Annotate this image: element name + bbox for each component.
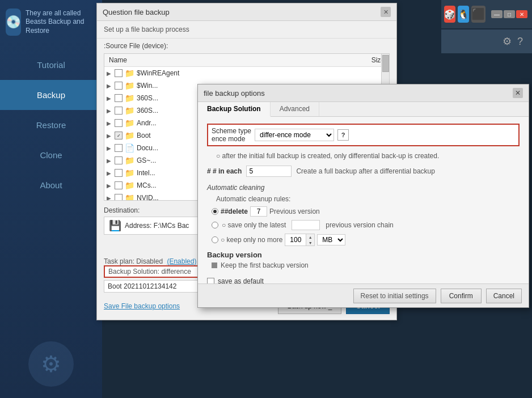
minimize-button[interactable]: — xyxy=(491,10,503,18)
in-each-input[interactable] xyxy=(246,166,292,177)
folder-icon-5: 📁 xyxy=(125,131,134,140)
folder-icon-8: 📁 xyxy=(125,168,134,177)
help-icon[interactable]: ? xyxy=(517,36,523,48)
save-file-backup-options-link[interactable]: Save File backup options xyxy=(104,302,180,310)
destination-text: Address: F:\MCs Bac xyxy=(125,222,189,230)
keep-only-value[interactable] xyxy=(285,235,306,244)
tree-item-name-4: Andr... xyxy=(137,119,157,127)
expand-icon-6: ▶ xyxy=(107,145,115,151)
save-only-input[interactable] xyxy=(292,220,320,230)
options-dialog-close[interactable]: ✕ xyxy=(513,88,523,98)
tree-item-name-7: GS~... xyxy=(137,156,156,164)
folder-icon-9: 📁 xyxy=(125,181,134,190)
delete-count-input[interactable] xyxy=(250,206,267,217)
tree-item-name-0: $WinREAgent xyxy=(137,69,179,77)
spin-down[interactable]: ▼ xyxy=(306,240,314,245)
tab-advanced[interactable]: Advanced xyxy=(271,102,319,116)
previous-version-label: Previous version xyxy=(269,208,320,215)
close-button[interactable]: ✕ xyxy=(516,10,527,18)
save-only-radio[interactable] xyxy=(212,222,218,228)
sidebar-item-tutorial[interactable]: Tutorial xyxy=(0,50,102,80)
bottom-logo-area: ⚙ xyxy=(0,341,102,387)
folder-icon-2: 📁 xyxy=(125,94,134,103)
app-logo-icon: 💿 xyxy=(6,9,21,36)
main-sidebar: 💿 They are all called Beasts Backup and … xyxy=(0,0,102,398)
bg-dialog-title: Question file backup xyxy=(103,8,170,16)
prev-version-chain-label: previous version chain xyxy=(326,221,393,229)
spin-arrows: ▲ ▼ xyxy=(306,234,314,245)
keep-only-radio[interactable] xyxy=(212,236,218,243)
checkbox-2[interactable] xyxy=(115,94,123,102)
delete-radio[interactable] xyxy=(212,208,218,215)
taskbar-icon-red[interactable]: 🎲 xyxy=(444,6,455,23)
checkbox-10[interactable] xyxy=(115,194,123,201)
checkbox-6[interactable] xyxy=(115,144,123,152)
taskbar-icon-dark[interactable]: ⬛ xyxy=(471,6,485,23)
sidebar-item-backup[interactable]: Backup xyxy=(0,80,102,110)
sidebar-item-restore[interactable]: Restore xyxy=(0,110,102,140)
delete-row: ##delete Previous version xyxy=(207,206,520,217)
expand-icon-1: ▶ xyxy=(107,83,115,89)
expand-icon-9: ▶ xyxy=(107,183,115,189)
maximize-button[interactable]: □ xyxy=(504,10,515,18)
keep-unit-select[interactable]: MB GB KB xyxy=(317,234,345,245)
reset-to-initial-button[interactable]: Reset to initial settings xyxy=(353,289,436,303)
bg-dialog-close[interactable]: ✕ xyxy=(381,7,391,17)
expand-icon-5: ▶ xyxy=(107,133,115,139)
backup-version-label: Backup version xyxy=(207,251,520,259)
tree-item-name-10: NVID... xyxy=(137,194,159,201)
checkbox-5[interactable]: ✓ xyxy=(115,132,123,139)
sidebar-item-about[interactable]: About xyxy=(0,170,102,200)
checkbox-1[interactable] xyxy=(115,82,123,90)
app-logo-area: 💿 They are all called Beasts Backup and … xyxy=(0,0,102,44)
checkbox-9[interactable] xyxy=(115,181,123,189)
options-tabs: Backup Solution Advanced xyxy=(198,102,529,117)
auto-cleaning-heading: Automatic cleaning xyxy=(207,184,520,192)
tree-item-name-9: MCs... xyxy=(137,181,157,189)
options-dialog-titlebar: file backup options ✕ xyxy=(198,84,529,102)
source-label: :Source File (device): xyxy=(97,39,396,53)
spin-up[interactable]: ▲ xyxy=(306,234,314,240)
tree-item-name-8: Intel... xyxy=(137,169,155,177)
keep-only-spin[interactable]: ▲ ▼ xyxy=(285,234,315,246)
create-full-label: Create a full backup after a differentia… xyxy=(296,167,520,175)
drive-icon: 💾 xyxy=(109,219,121,232)
keep-first-backup-item: Keep the first backup version xyxy=(207,261,520,269)
tab-backup-solution[interactable]: Backup Solution xyxy=(198,102,271,117)
col-name-header: Name xyxy=(104,54,332,66)
file-tree-header: Name Size xyxy=(104,54,389,67)
tree-item-name-5: Boot xyxy=(137,132,151,139)
save-only-latest-row: ○ save only the latest previous version … xyxy=(207,220,520,230)
checkbox-0[interactable] xyxy=(115,69,123,77)
checkbox-3[interactable] xyxy=(115,107,123,115)
keep-first-label: Keep the first backup version xyxy=(221,261,309,269)
options-dialog-title: file backup options xyxy=(204,89,265,98)
auto-cleanup-rules-label: Automatic cleanup rules: xyxy=(216,195,520,203)
scheme-type-row: Scheme type ence mode differ-ence mode F… xyxy=(207,124,520,146)
tree-item-name-6: Docu... xyxy=(137,144,158,152)
col-size-header: Size xyxy=(332,54,389,66)
taskbar-icon-blue[interactable]: 🐧 xyxy=(458,6,469,23)
tree-item-0[interactable]: ▶ 📁 $WinREAgent xyxy=(104,67,389,79)
folder-icon-6: 📄 xyxy=(125,143,134,153)
scroll-thumb[interactable] xyxy=(382,55,389,72)
expand-icon-3: ▶ xyxy=(107,108,115,114)
scheme-type-select[interactable]: differ-ence mode Full Incremental xyxy=(255,129,334,141)
scheme-description: ○ after the initial full backup is creat… xyxy=(207,152,520,160)
expand-icon-10: ▶ xyxy=(107,195,115,201)
checkbox-7[interactable] xyxy=(115,156,123,164)
bottom-decorative-circle: ⚙ xyxy=(28,341,74,387)
sidebar-item-clone[interactable]: Clone xyxy=(0,140,102,170)
checkbox-4[interactable] xyxy=(115,119,123,127)
gear-icon[interactable]: ⚙ xyxy=(503,35,512,48)
scheme-help-button[interactable]: ? xyxy=(337,129,349,141)
keep-first-icon xyxy=(212,262,217,268)
confirm-button[interactable]: Confirm xyxy=(441,289,482,303)
cancel-options-button[interactable]: Cancel xyxy=(486,289,522,303)
expand-icon-7: ▶ xyxy=(107,158,115,164)
task-plan-enabled-link[interactable]: (Enabled) xyxy=(167,257,196,265)
taskbar-right: 🎲 🐧 ⬛ — □ ✕ xyxy=(441,0,532,28)
checkbox-8[interactable] xyxy=(115,169,123,177)
options-body: Scheme type ence mode differ-ence mode F… xyxy=(198,117,529,292)
in-each-label: # # in each xyxy=(207,167,242,175)
